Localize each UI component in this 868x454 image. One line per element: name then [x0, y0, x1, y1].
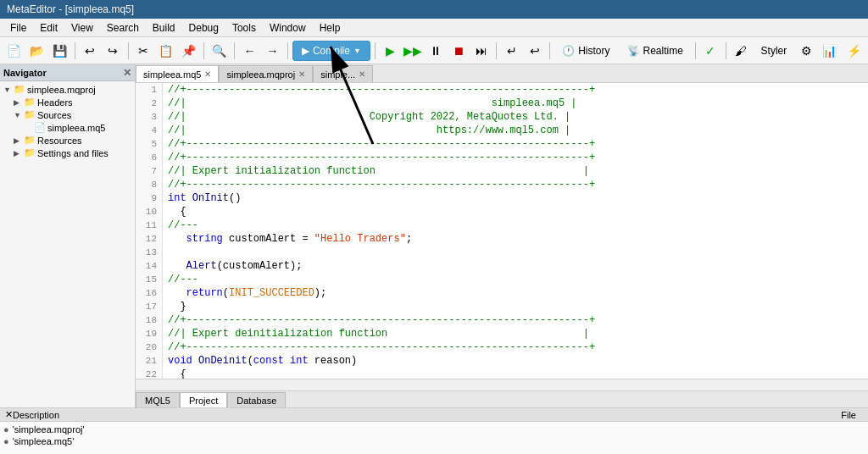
- compile-dropdown-icon: ▼: [353, 47, 361, 55]
- sep9: [695, 42, 696, 59]
- wrap-button[interactable]: ↵: [501, 41, 522, 61]
- tree-item-settings[interactable]: ▶ 📁 Settings and files: [12, 147, 133, 159]
- tree-item-mqproj[interactable]: ▼ 📁 simpleea.mqproj: [2, 83, 133, 96]
- tab-label-2: simple...: [320, 69, 355, 80]
- layout-button[interactable]: ⚡: [843, 41, 865, 61]
- sources-icon: 📁: [24, 109, 36, 120]
- bottom-tab-database[interactable]: Database: [227, 392, 286, 407]
- tab-simpleea-mqproj[interactable]: simpleea.mqproj ✕: [219, 65, 313, 82]
- tabs-bar: simpleea.mq5 ✕ simpleea.mqproj ✕ simple.…: [136, 64, 868, 83]
- paste-button[interactable]: 📌: [178, 41, 199, 61]
- code-line-22: 22 {: [136, 368, 868, 379]
- sep1: [75, 42, 75, 59]
- pause-button[interactable]: ⏸: [426, 41, 447, 61]
- menu-item-view[interactable]: View: [64, 20, 100, 36]
- compile-button[interactable]: ▶ Compile ▼: [292, 41, 370, 61]
- tree-label-resources: Resources: [37, 136, 82, 146]
- bottom-tab-mql5[interactable]: MQL5: [136, 392, 180, 407]
- sep10: [726, 42, 726, 59]
- tree-label-mqproj: simpleea.mqproj: [27, 85, 96, 95]
- sep8: [549, 42, 550, 59]
- tab-label-0: simpleea.mq5: [143, 69, 201, 80]
- compile-icon: ▶: [302, 45, 309, 57]
- output-desc-label: Description: [13, 410, 59, 420]
- redo-button[interactable]: ↪: [103, 41, 124, 61]
- title-text: MetaEditor - [simpleea.mq5]: [7, 3, 134, 15]
- tree-label-simpleea: simpleea.mq5: [47, 123, 105, 133]
- code-line-7: 7 //| Expert initialization function |: [136, 164, 868, 178]
- code-line-3: 3 //| Copyright 2022, MetaQuotes Ltd. |: [136, 110, 868, 124]
- tree-arrow-mqproj: ▼: [3, 86, 14, 94]
- code-line-20: 20 //+----------------------------------…: [136, 340, 868, 354]
- code-line-12: 12 string customAlert = "Hello Traders";: [136, 232, 868, 246]
- menu-item-debug[interactable]: Debug: [182, 20, 225, 36]
- mqproj-icon: 📁: [14, 84, 25, 95]
- check-button[interactable]: ✓: [700, 41, 721, 61]
- tab-close-0[interactable]: ✕: [204, 69, 211, 79]
- menu-item-window[interactable]: Window: [263, 20, 313, 36]
- history-label: History: [578, 45, 609, 57]
- sep6: [375, 42, 376, 59]
- tab-label-1: simpleea.mqproj: [226, 69, 295, 80]
- simpleea-icon: 📄: [34, 122, 46, 133]
- code-editor[interactable]: 1 //+-----------------------------------…: [136, 83, 868, 379]
- undo-button[interactable]: ↩: [80, 41, 101, 61]
- tree-item-headers[interactable]: ▶ 📁 Headers: [12, 96, 133, 108]
- horizontal-scrollbar[interactable]: [136, 379, 868, 390]
- new-button[interactable]: 📄: [3, 41, 25, 61]
- open-button[interactable]: 📂: [26, 41, 47, 61]
- menu-item-help[interactable]: Help: [313, 20, 348, 36]
- stop-button[interactable]: ⏹: [448, 41, 470, 61]
- realtime-button[interactable]: 📡 Realtime: [620, 41, 691, 61]
- code-line-21: 21 void OnDeinit(const int reason): [136, 354, 868, 368]
- headers-icon: 📁: [24, 97, 36, 108]
- tree-arrow-resources: ▶: [14, 136, 24, 145]
- tree-item-resources[interactable]: ▶ 📁 Resources: [12, 134, 133, 147]
- tab-simpleea-mq5[interactable]: simpleea.mq5 ✕: [136, 65, 219, 82]
- play-button[interactable]: ▶: [380, 41, 401, 61]
- brush-button[interactable]: 🖌: [731, 41, 752, 61]
- bottom-tab-project[interactable]: Project: [180, 392, 227, 407]
- realtime-label: Realtime: [643, 45, 683, 57]
- save-button[interactable]: 💾: [49, 41, 70, 61]
- sep3: [203, 42, 204, 59]
- chart-button[interactable]: 📊: [819, 41, 840, 61]
- back-button[interactable]: ←: [239, 41, 260, 61]
- copy-button[interactable]: 📋: [155, 41, 176, 61]
- output-close[interactable]: ✕: [5, 409, 13, 420]
- bottom-tab-database-label: Database: [236, 396, 276, 406]
- title-bar: MetaEditor - [simpleea.mq5]: [0, 0, 868, 19]
- styler-button[interactable]: Styler: [754, 41, 795, 61]
- navigator-tree: ▼ 📁 simpleea.mqproj ▶ 📁 Headers ▼ 📁: [0, 81, 135, 407]
- styler-label: Styler: [761, 45, 787, 57]
- output-content: ● 'simpleea.mqproj' ● 'simpleea.mq5': [0, 422, 868, 449]
- code-line-15: 15 //---: [136, 273, 868, 286]
- tab-close-1[interactable]: ✕: [298, 69, 305, 79]
- navigator-close-button[interactable]: ✕: [123, 67, 131, 79]
- bottom-tabs: MQL5 Project Database: [136, 390, 868, 407]
- tree-item-sources[interactable]: ▼ 📁 Sources: [12, 108, 133, 121]
- forward-button[interactable]: →: [262, 41, 283, 61]
- find-button[interactable]: 🔍: [209, 41, 230, 61]
- code-line-6: 6 //+-----------------------------------…: [136, 151, 868, 164]
- menu-item-file[interactable]: File: [3, 20, 33, 36]
- cut-button[interactable]: ✂: [133, 41, 154, 61]
- play2-button[interactable]: ▶▶: [403, 41, 424, 61]
- step-button[interactable]: ⏭: [470, 41, 492, 61]
- menu-item-edit[interactable]: Edit: [33, 20, 64, 36]
- output-text-1: 'simpleea.mq5': [13, 436, 75, 446]
- app-wrapper: MetaEditor - [simpleea.mq5] FileEditView…: [0, 0, 868, 454]
- tree-arrow-headers: ▶: [14, 98, 24, 107]
- history-button[interactable]: 🕐 History: [554, 41, 617, 61]
- menu-item-build[interactable]: Build: [146, 20, 182, 36]
- tree-item-simpleea[interactable]: 📄 simpleea.mq5: [22, 121, 133, 134]
- resources-icon: 📁: [24, 135, 36, 146]
- wrap2-button[interactable]: ↩: [524, 41, 545, 61]
- menu-item-tools[interactable]: Tools: [225, 20, 263, 36]
- settings-button[interactable]: ⚙: [796, 41, 817, 61]
- menu-item-search[interactable]: Search: [100, 20, 146, 36]
- tab-close-2[interactable]: ✕: [359, 69, 365, 79]
- sep2: [128, 42, 129, 59]
- tab-simple-partial[interactable]: simple... ✕: [313, 65, 373, 82]
- code-line-11: 11 //---: [136, 219, 868, 232]
